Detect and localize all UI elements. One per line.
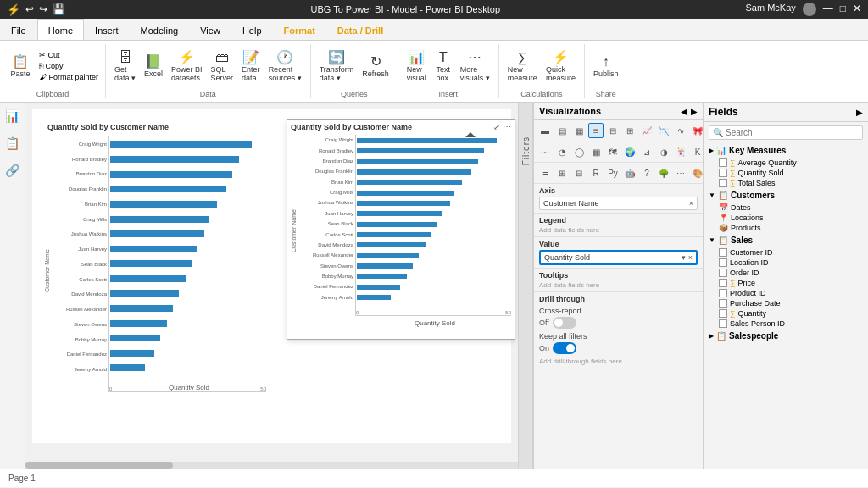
fields-item-avg-qty[interactable]: ∑ Average Quantity (704, 158, 868, 168)
fields-item-quantity[interactable]: ∑ Quantity (704, 308, 868, 319)
keep-filters-toggle[interactable] (553, 342, 576, 354)
viz-icon-decomp[interactable]: 🌳 (656, 165, 671, 180)
maximize-button[interactable]: □ (840, 3, 846, 16)
viz-panel-back[interactable]: ◀ (681, 107, 687, 116)
viz-icon-pie[interactable]: ◔ (554, 144, 570, 159)
report-view-icon[interactable]: 📊 (3, 106, 23, 126)
viz-icon-funnel[interactable]: ⊿ (639, 144, 654, 159)
value-field-dropdown[interactable]: ▾ (682, 253, 686, 262)
tab-home[interactable]: Home (37, 19, 84, 40)
viz-icon-hstack[interactable]: ⊟ (605, 123, 620, 138)
fields-search-box[interactable]: 🔍 (709, 125, 863, 140)
viz-icon-100pct[interactable]: ▦ (571, 123, 587, 138)
transform-data-button[interactable]: 🔄 Transformdata ▾ (316, 49, 358, 84)
viz-icon-table[interactable]: ⊞ (554, 165, 570, 180)
canvas-hscrollbar-thumb[interactable] (25, 462, 173, 469)
tab-modeling[interactable]: Modeling (130, 19, 190, 40)
tab-help[interactable]: Help (231, 19, 273, 40)
enter-data-button[interactable]: 📝 Enterdata (238, 49, 264, 84)
viz-icon-matrix[interactable]: ⊟ (571, 165, 587, 180)
viz-icon-r[interactable]: R (588, 165, 604, 180)
publish-button[interactable]: ↑ Publish (590, 53, 622, 80)
quick-measure-button[interactable]: ⚡ Quickmeasure (542, 49, 579, 84)
viz-icon-hbar[interactable]: ≡ (588, 123, 604, 138)
quick-access-save[interactable]: 💾 (53, 3, 65, 15)
viz-icon-slicer[interactable]: ≔ (537, 165, 553, 180)
fields-group-salespeople[interactable]: ▶ 📋 Salespeople (704, 329, 868, 343)
fields-item-product-id[interactable]: Product ID (704, 288, 868, 298)
quick-access-undo[interactable]: ↩ (25, 3, 34, 15)
viz-icon-donut[interactable]: ◯ (571, 144, 587, 159)
new-visual-button[interactable]: 📊 Newvisual (403, 49, 430, 84)
powerbi-datasets-button[interactable]: ⚡ Power BIdatasets (168, 49, 206, 84)
chart-focus-icon[interactable]: ⤢ (493, 122, 500, 131)
viz-icon-bar[interactable]: ▬ (537, 123, 553, 138)
tab-view[interactable]: View (189, 19, 231, 40)
fields-group-sales[interactable]: ▼ 📋 Sales (704, 233, 868, 247)
data-view-icon[interactable]: 📋 (3, 133, 23, 153)
viz-icon-qna[interactable]: ? (639, 165, 654, 180)
fields-item-locations[interactable]: 📍 Locations (704, 213, 868, 223)
axis-field-x[interactable]: × (689, 199, 693, 208)
fields-search-input[interactable] (726, 128, 859, 137)
tab-format[interactable]: Format (273, 19, 326, 40)
value-field-x[interactable]: × (688, 253, 693, 262)
viz-icon-card[interactable]: 🃏 (673, 144, 688, 159)
viz-icon-kpi[interactable]: K (690, 144, 703, 159)
viz-icon-filled-map[interactable]: 🌍 (622, 144, 637, 159)
value-field-box-highlighted[interactable]: Quantity Sold ▾ × (539, 250, 698, 265)
viz-icon-line[interactable]: 📈 (639, 123, 654, 138)
viz-icon-format[interactable]: 🎨 (690, 165, 703, 180)
viz-icon-more[interactable]: ⋯ (673, 165, 688, 180)
canvas-hscrollbar[interactable] (25, 462, 518, 469)
get-data-button[interactable]: 🗄 Getdata ▾ (111, 49, 139, 84)
tab-insert[interactable]: Insert (84, 19, 130, 40)
viz-icon-stack[interactable]: ▤ (554, 123, 570, 138)
minimize-button[interactable]: — (823, 3, 833, 16)
paste-button[interactable]: 📋 Paste (5, 53, 36, 80)
viz-icon-area[interactable]: 📉 (656, 123, 671, 138)
model-view-icon[interactable]: 🔗 (3, 160, 23, 180)
new-measure-button[interactable]: ∑ Newmeasure (504, 49, 541, 84)
canvas-area[interactable]: Quantity Sold by Customer Name Customer … (25, 103, 518, 469)
text-box-button[interactable]: T Textbox (431, 49, 455, 84)
viz-icon-ribbon[interactable]: 🎀 (690, 123, 703, 138)
fields-item-dates[interactable]: 📅 Dates (704, 202, 868, 213)
viz-icon-gauge[interactable]: ◑ (656, 144, 671, 159)
viz-panel-forward[interactable]: ▶ (691, 107, 698, 116)
fields-item-qty-sold[interactable]: ∑ Quantity Sold (704, 168, 868, 178)
viz-icon-ai[interactable]: 🤖 (622, 165, 637, 180)
viz-icon-treemap[interactable]: ▦ (588, 144, 604, 159)
fields-group-key-measures[interactable]: ▶ 📊 Key Measures (704, 143, 868, 158)
tab-data-drill[interactable]: Data / Drill (326, 19, 394, 40)
refresh-button[interactable]: ↻ Refresh (359, 53, 392, 80)
excel-button[interactable]: 📗 Excel (141, 53, 166, 80)
fields-group-customers[interactable]: ▼ 📋 Customers (704, 188, 868, 202)
fields-item-products[interactable]: 📦 Products (704, 223, 868, 233)
format-painter-button[interactable]: 🖌 Format painter (37, 72, 100, 82)
sql-server-button[interactable]: 🗃 SQLServer (208, 49, 237, 84)
fields-item-purchase-date[interactable]: Purchase Date (704, 298, 868, 308)
fields-item-location-id[interactable]: Location ID (704, 258, 868, 268)
viz-icon-map[interactable]: 🗺 (605, 144, 620, 159)
fields-item-order-id[interactable]: Order ID (704, 268, 868, 278)
chart-1[interactable]: Quantity Sold by Customer Name Customer … (41, 119, 270, 408)
tab-file[interactable]: File (0, 19, 37, 40)
fields-panel-arrow[interactable]: ▶ (856, 108, 863, 117)
close-button[interactable]: ✕ (853, 3, 861, 16)
cut-button[interactable]: ✂ Cut (37, 50, 100, 60)
axis-field-box[interactable]: Customer Name × (539, 197, 698, 210)
viz-icon-linebar[interactable]: ∿ (673, 123, 688, 138)
viz-icon-h100[interactable]: ⊞ (622, 123, 637, 138)
viz-icon-python[interactable]: Py (605, 165, 620, 180)
fields-item-salesperson-id[interactable]: Sales Person ID (704, 319, 868, 329)
chart-more-icon[interactable]: ⋯ (503, 122, 511, 131)
cross-report-toggle[interactable] (553, 317, 576, 329)
more-visuals-button[interactable]: ⋯ Morevisuals ▾ (457, 49, 493, 84)
copy-button[interactable]: ⎘ Copy (37, 61, 100, 71)
viz-icon-scatter[interactable]: ⋯ (537, 144, 553, 159)
recent-sources-button[interactable]: 🕐 Recentsources ▾ (265, 49, 305, 84)
quick-access-redo[interactable]: ↪ (39, 3, 47, 15)
fields-item-customer-id[interactable]: Customer ID (704, 247, 868, 258)
fields-item-total-sales[interactable]: ∑ Total Sales (704, 178, 868, 188)
